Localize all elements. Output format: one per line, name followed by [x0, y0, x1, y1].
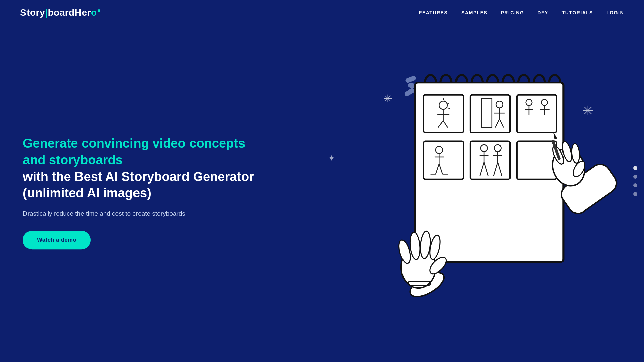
- side-dot-4[interactable]: [633, 192, 637, 196]
- star-sparkle-center: ✦: [328, 154, 335, 162]
- logo-text-part2: boardHer: [48, 7, 91, 18]
- nav-link-tutorials[interactable]: TUTORIALS: [562, 10, 593, 15]
- side-dot-3[interactable]: [633, 183, 637, 187]
- logo-text-part1: Story: [20, 7, 45, 18]
- nav-item-login[interactable]: LOGIN: [606, 10, 624, 16]
- svg-rect-14: [470, 141, 510, 179]
- side-navigation-dots: [633, 166, 637, 196]
- nav-links: FEATURES SAMPLES PRICING DFY TUTORIALS L…: [419, 10, 624, 16]
- nav-link-pricing[interactable]: PRICING: [501, 10, 524, 15]
- nav-link-samples[interactable]: SAMPLES: [461, 10, 487, 15]
- nav-item-features[interactable]: FEATURES: [419, 10, 448, 16]
- hero-subtext: Drastically reduce the time and cost to …: [23, 210, 264, 217]
- nav-link-login[interactable]: LOGIN: [606, 10, 624, 15]
- svg-rect-15: [517, 141, 556, 179]
- side-dot-1[interactable]: [633, 166, 637, 170]
- nav-item-dfy[interactable]: DFY: [537, 10, 548, 16]
- watch-demo-button[interactable]: Watch a demo: [23, 231, 91, 249]
- logo-dot-decoration: [98, 9, 100, 12]
- logo-dot-letter: o: [91, 7, 97, 18]
- hero-heading: Generate convincing video concepts and s…: [23, 135, 264, 202]
- side-dot-2[interactable]: [633, 175, 637, 179]
- nav-item-tutorials[interactable]: TUTORIALS: [562, 10, 593, 16]
- navigation: Story|boardHero FEATURES SAMPLES PRICING…: [0, 0, 644, 25]
- storyboard-illustration: [389, 64, 624, 298]
- svg-rect-12: [517, 95, 556, 133]
- hero-content: Generate convincing video concepts and s…: [23, 135, 264, 249]
- hero-illustration: [389, 64, 624, 298]
- nav-item-pricing[interactable]: PRICING: [501, 10, 524, 16]
- nav-link-dfy[interactable]: DFY: [537, 10, 548, 15]
- hero-heading-prefix: with the: [23, 170, 74, 184]
- hero-heading-cyan: Generate convincing video concepts and s…: [23, 136, 245, 167]
- logo[interactable]: Story|boardHero: [20, 7, 100, 18]
- svg-rect-11: [470, 95, 510, 133]
- svg-rect-13: [424, 141, 463, 179]
- hero-section: Generate convincing video concepts and s…: [0, 0, 644, 362]
- nav-link-features[interactable]: FEATURES: [419, 10, 448, 15]
- nav-item-samples[interactable]: SAMPLES: [461, 10, 487, 16]
